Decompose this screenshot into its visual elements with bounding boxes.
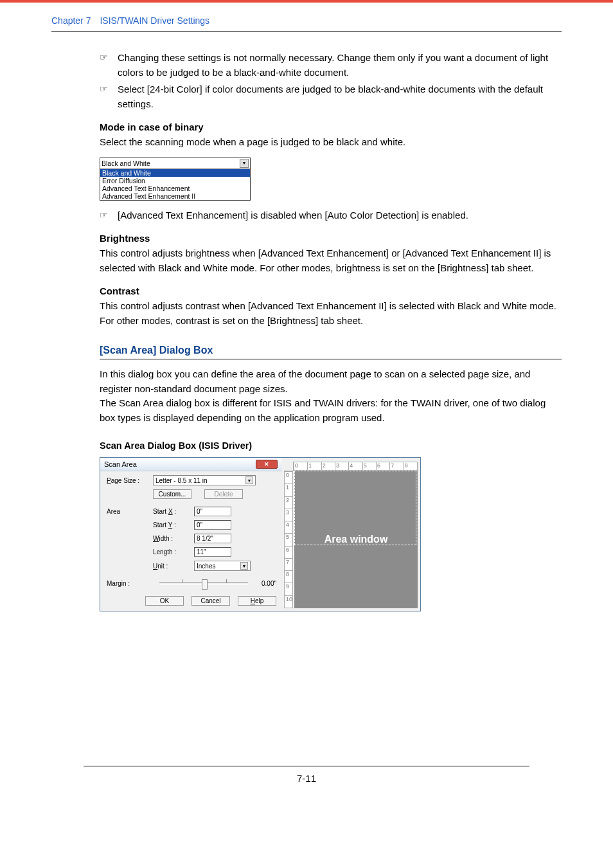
width-input[interactable]: 8 1/2": [194, 534, 231, 543]
note-item: ☞ Changing these settings is not normall…: [100, 51, 562, 80]
page-size-select[interactable]: Letter - 8.5 x 11 in ▼: [153, 475, 256, 485]
starty-input[interactable]: 0": [194, 520, 231, 530]
chapter-label: Chapter 7: [51, 15, 91, 26]
subheading-contrast: Contrast: [100, 285, 562, 296]
chevron-down-icon[interactable]: ▼: [240, 562, 248, 570]
area-selection[interactable]: [294, 471, 416, 545]
chapter-title: ISIS/TWAIN Driver Settings: [100, 15, 209, 26]
note-text: Changing these settings is not normally …: [118, 51, 562, 80]
note-item: ☞ [Advanced Text Enhancement] is disable…: [100, 208, 562, 223]
body-text: The Scan Area dialog box is different fo…: [100, 396, 562, 425]
slider-thumb[interactable]: [202, 579, 208, 590]
body-text: In this dialog box you can define the ar…: [100, 367, 562, 396]
page-number: 7-11: [0, 766, 613, 809]
body-text: This control adjusts contrast when [Adva…: [100, 299, 562, 328]
note-text: [Advanced Text Enhancement] is disabled …: [118, 208, 468, 223]
page-header: Chapter 7 ISIS/TWAIN Driver Settings: [0, 3, 613, 31]
section-heading-scan-area: [Scan Area] Dialog Box: [100, 345, 562, 359]
label-starty: Start Y :: [153, 521, 194, 529]
label-unit: Unit :: [153, 563, 194, 570]
chevron-down-icon[interactable]: ▼: [240, 159, 249, 168]
label-area: Area: [107, 508, 153, 515]
help-button[interactable]: Help: [238, 596, 276, 606]
margin-slider[interactable]: [159, 583, 248, 585]
margin-value: 0.00": [254, 580, 276, 587]
ok-button[interactable]: OK: [145, 596, 184, 606]
dialog-title: Scan Area: [104, 460, 137, 468]
close-icon[interactable]: ✕: [256, 460, 278, 469]
mode-dropdown[interactable]: Black and White ▼ Black and White Error …: [100, 158, 251, 201]
body-text: Select the scanning mode when a page is …: [100, 135, 562, 150]
startx-input[interactable]: 0": [194, 507, 231, 516]
unit-select[interactable]: Inches ▼: [194, 561, 251, 571]
pointer-icon: ☞: [100, 208, 112, 223]
select-value: Letter - 8.5 x 11 in: [155, 477, 208, 484]
horizontal-ruler: 012 345 678: [293, 462, 418, 471]
dropdown-selected: Black and White: [102, 159, 150, 167]
pointer-icon: ☞: [100, 51, 112, 80]
cancel-button[interactable]: Cancel: [191, 596, 230, 606]
label-margin: Margin :: [107, 580, 153, 587]
vertical-ruler: 012 345 678 910: [284, 471, 293, 608]
label-length: Length :: [153, 548, 194, 556]
dialog-titlebar: Scan Area ✕: [100, 458, 281, 471]
body-text: This control adjusts brightness when [Ad…: [100, 246, 562, 275]
label-page-size: Page Size :: [107, 477, 153, 484]
pointer-icon: ☞: [100, 82, 112, 111]
dropdown-option[interactable]: Black and White: [100, 169, 250, 177]
label-width: Width :: [153, 535, 194, 542]
label-startx: Start X :: [153, 508, 194, 515]
note-item: ☞ Select [24-bit Color] if color documen…: [100, 82, 562, 111]
length-input[interactable]: 11": [194, 547, 231, 557]
dropdown-list[interactable]: Black and White Error Diffusion Advanced…: [100, 169, 250, 200]
header-rule: [51, 31, 562, 32]
note-text: Select [24-bit Color] if color documents…: [118, 82, 562, 111]
subheading-brightness: Brightness: [100, 233, 562, 244]
dialog-variant-label: Scan Area Dialog Box (ISIS Driver): [100, 440, 562, 451]
subheading-mode-binary: Mode in case of binary: [100, 122, 562, 132]
select-value: Inches: [197, 563, 215, 570]
dropdown-option[interactable]: Advanced Text Enhancement II: [100, 192, 250, 200]
dropdown-option[interactable]: Error Diffusion: [100, 177, 250, 185]
delete-button: Delete: [204, 489, 243, 499]
dropdown-option[interactable]: Advanced Text Enhancement: [100, 185, 250, 192]
area-preview[interactable]: Area window: [294, 471, 418, 608]
custom-button[interactable]: Custom...: [153, 489, 191, 499]
chevron-down-icon[interactable]: ▼: [245, 476, 253, 484]
scan-area-dialog: Scan Area ✕ Page Size : Letter - 8.5 x 1…: [100, 457, 421, 611]
